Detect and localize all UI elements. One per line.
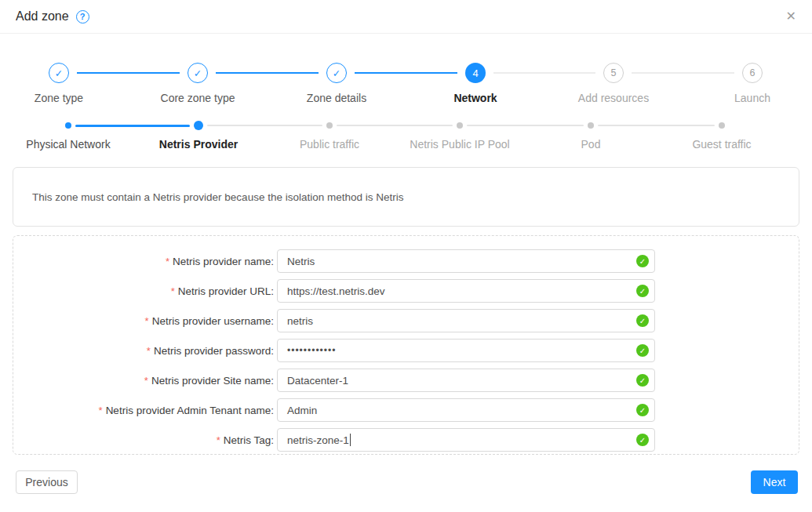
step-label-network: Network (409, 92, 542, 104)
netris-provider-site-name-input[interactable]: Datacenter-1 ✓ (277, 369, 655, 392)
step-connector (216, 72, 319, 74)
netris-provider-username-input[interactable]: netris ✓ (277, 309, 655, 332)
dialog-header: Add zone ? ✕ (0, 0, 812, 34)
field-label: *Netris provider username: (13, 315, 274, 327)
field-label: *Netris Tag: (13, 434, 274, 446)
substep-dot (326, 122, 333, 129)
form-row: *Netris provider Site name: Datacenter-1… (13, 369, 799, 392)
valid-check-icon: ✓ (636, 344, 649, 357)
form-row: *Netris provider password: •••••••••••• … (13, 339, 799, 362)
step-label-zone-details: Zone details (270, 92, 403, 104)
field-label: *Netris provider Site name: (13, 375, 274, 387)
step-label-launch: Launch (686, 92, 812, 104)
netris-provider-admin-tenant-name-input[interactable]: Admin ✓ (277, 398, 655, 422)
input-value: Datacenter-1 (287, 375, 348, 387)
step-label-core-zone-type: Core zone type (131, 92, 264, 104)
netris-tag-input[interactable]: netris-zone-1 ✓ (277, 428, 655, 452)
required-asterisk: * (171, 285, 175, 297)
step-label-add-resources: Add resources (547, 92, 680, 104)
close-icon[interactable]: ✕ (783, 7, 799, 26)
substep-connector (75, 125, 190, 127)
valid-check-icon: ✓ (636, 374, 649, 387)
valid-check-icon: ✓ (636, 434, 649, 446)
step-label-zone-type: Zone type (0, 92, 126, 104)
form-row: *Netris provider URL: https://test.netri… (13, 279, 799, 303)
form-row: *Netris provider Admin Tenant name: Admi… (13, 398, 799, 422)
valid-check-icon: ✓ (636, 314, 649, 327)
substep-connector (337, 125, 453, 126)
required-asterisk: * (166, 256, 169, 267)
field-label: *Netris provider password: (13, 345, 274, 357)
netris-provider-url-input[interactable]: https://test.netris.dev ✓ (277, 279, 655, 303)
step-check-icon: ✓ (326, 63, 347, 83)
help-icon[interactable]: ? (76, 10, 89, 24)
form-row: *Netris Tag: netris-zone-1 ✓ (13, 428, 799, 452)
substep-dot (457, 122, 463, 129)
field-label: *Netris provider Admin Tenant name: (13, 405, 274, 416)
valid-check-icon: ✓ (636, 404, 649, 416)
netris-provider-form: *Netris provider name: Netris ✓ *Netris … (13, 235, 799, 455)
required-asterisk: * (147, 345, 151, 357)
input-value: Netris (287, 256, 315, 267)
required-asterisk: * (217, 434, 220, 446)
substep-connector (467, 125, 584, 126)
step-connector (493, 72, 595, 74)
substep-label-guest-traffic: Guest traffic (635, 138, 808, 151)
network-substeps: Physical Network Netris Provider Public … (0, 116, 812, 157)
valid-check-icon: ✓ (636, 255, 649, 267)
substep-connector (207, 125, 322, 126)
step-connector (632, 72, 734, 74)
field-label: *Netris provider name: (13, 256, 274, 267)
input-value: netris (287, 315, 313, 327)
netris-provider-password-input[interactable]: •••••••••••• ✓ (277, 339, 655, 362)
input-value: netris-zone-1 (287, 434, 349, 446)
previous-button[interactable]: Previous (16, 470, 78, 494)
wizard-steps: ✓ ✓ ✓ 4 5 6 Zone type Core zone type Zon… (0, 55, 812, 111)
input-value-masked: •••••••••••• (287, 345, 336, 356)
input-value: https://test.netris.dev (287, 285, 385, 297)
step-connector (77, 72, 180, 74)
step-number-badge: 4 (465, 63, 486, 83)
substep-dot (719, 122, 725, 129)
input-value: Admin (287, 405, 317, 416)
field-label: *Netris provider URL: (13, 285, 274, 297)
required-asterisk: * (99, 405, 103, 416)
step-connector (355, 72, 457, 74)
required-asterisk: * (145, 315, 149, 327)
valid-check-icon: ✓ (636, 285, 649, 297)
form-row: *Netris provider username: netris ✓ (13, 309, 799, 332)
text-cursor (350, 434, 351, 446)
notice-text: This zone must contain a Netris provider… (32, 191, 403, 203)
substep-dot (588, 122, 594, 129)
substep-dot (194, 121, 203, 130)
step-number-badge: 5 (603, 63, 624, 83)
substep-dot (65, 122, 71, 129)
required-asterisk: * (144, 375, 148, 387)
step-check-icon: ✓ (49, 63, 69, 83)
dialog-title: Add zone (16, 9, 69, 24)
step-number-badge: 6 (742, 63, 763, 83)
next-button[interactable]: Next (751, 470, 798, 494)
step-check-icon: ✓ (188, 63, 208, 83)
substep-connector (598, 125, 715, 126)
form-row: *Netris provider name: Netris ✓ (13, 249, 799, 273)
isolation-method-notice: This zone must contain a Netris provider… (13, 167, 799, 227)
netris-provider-name-input[interactable]: Netris ✓ (277, 249, 655, 273)
